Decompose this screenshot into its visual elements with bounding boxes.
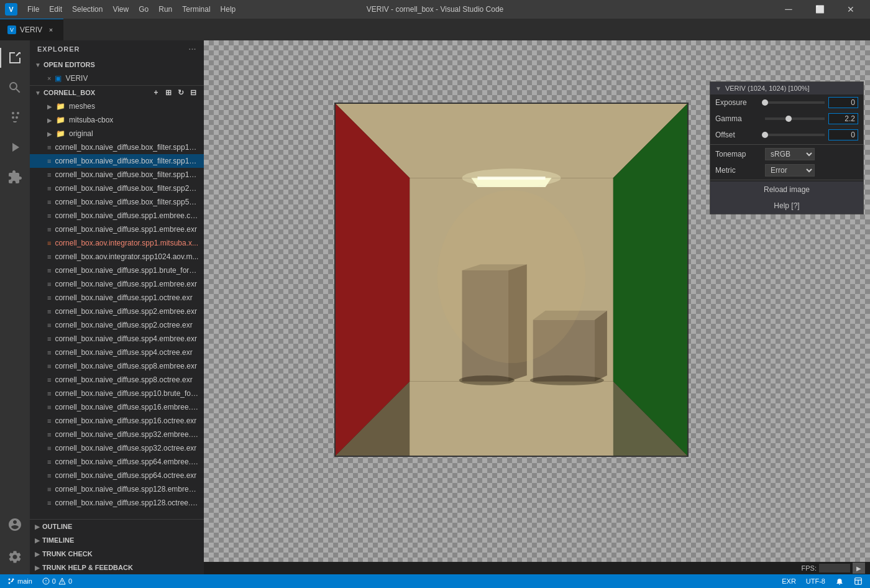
file-11-label: cornell_box.naive_diffuse.spp1.octree.ex… [55,293,192,302]
bottom-sections: ▶ OUTLINE ▶ TIMELINE ▶ TRUNK CHECK ▶ TRU… [30,520,204,574]
folder-meshes[interactable]: ▶ 📁 meshes [30,99,204,113]
menu-selection[interactable]: Selection [67,0,108,19]
file-11[interactable]: ≡ cornell_box.naive_diffuse.spp1.octree.… [30,291,204,305]
tab-veriv[interactable]: V VERIV × [0,19,63,40]
help-button[interactable]: Help [?] [710,198,863,214]
language-label: EXR [782,577,796,585]
file-0[interactable]: ≡ cornell_box.naive_diffuse.box_filter.s… [30,140,204,154]
trunk-check-chevron: ▶ [35,551,40,558]
activity-extensions[interactable] [0,162,30,192]
refresh-button[interactable]: ↻ [175,87,186,98]
tonemap-select[interactable]: sRGB Linear Reinhard [765,148,815,160]
cornell-box-header[interactable]: ▼ CORNELL_BOX + ⊞ ↻ ⊟ [30,86,204,99]
file-icon-6: ≡ [47,226,51,233]
menu-file[interactable]: File [22,0,44,19]
new-file-button[interactable]: + [150,87,162,98]
open-editor-veriv[interactable]: × ▣ VERIV [30,71,204,85]
tab-icon: V [7,25,16,34]
file-9[interactable]: ≡ cornell_box.naive_diffuse.spp1.brute_f… [30,264,204,277]
activity-search[interactable] [0,73,30,103]
activity-settings[interactable] [0,542,30,572]
folder-mitsuba[interactable]: ▶ 📁 mitsuba-cbox [30,113,204,127]
file-6-label: cornell_box.naive_diffuse.spp1.embree.ex… [55,225,197,234]
file-12[interactable]: ≡ cornell_box.naive_diffuse.spp2.embree.… [30,305,204,318]
file-5[interactable]: ≡ cornell_box.naive_diffuse.spp1.embree.… [30,209,204,223]
menu-run[interactable]: Run [153,0,177,19]
collapse-button[interactable]: ⊟ [188,87,199,98]
metric-select[interactable]: Error RMSE SSIM [765,164,815,177]
activity-run[interactable] [0,132,30,162]
error-count-value: 0 [52,577,56,585]
gamma-slider[interactable] [765,117,825,120]
maximize-button[interactable]: ⬜ [805,0,834,19]
new-folder-button[interactable]: ⊞ [163,87,174,98]
gamma-thumb[interactable] [785,116,792,122]
timeline-section[interactable]: ▶ TIMELINE [30,533,204,547]
folder-original[interactable]: ▶ 📁 original [30,127,204,140]
tonemap-row: Tonemap sRGB Linear Reinhard [710,146,863,162]
file-20[interactable]: ≡ cornell_box.naive_diffuse.spp16.octree… [30,414,204,428]
file-26[interactable]: ≡ cornell_box.naive_diffuse.spp128.octre… [30,496,204,510]
menu-view[interactable]: View [108,0,134,19]
file-icon-1: ≡ [47,157,51,165]
exposure-slider[interactable] [765,101,825,104]
notifications-button[interactable] [833,574,846,588]
exposure-input[interactable] [828,97,858,108]
file-23[interactable]: ≡ cornell_box.naive_diffuse.spp64.embree… [30,455,204,469]
activity-explorer[interactable] [0,43,30,73]
file-13[interactable]: ≡ cornell_box.naive_diffuse.spp2.octree.… [30,318,204,332]
file-6[interactable]: ≡ cornell_box.naive_diffuse.spp1.embree.… [30,223,204,236]
outline-section[interactable]: ▶ OUTLINE [30,520,204,533]
file-2-label: cornell_box.naive_diffuse.box_filter.spp… [55,170,199,179]
file-18[interactable]: ≡ cornell_box.naive_diffuse.spp10.brute_… [30,387,204,400]
trunk-check-section[interactable]: ▶ TRUNK CHECK [30,547,204,561]
menu-edit[interactable]: Edit [44,0,67,19]
gamma-input[interactable] [828,113,858,124]
offset-input[interactable] [828,129,858,140]
file-10[interactable]: ≡ cornell_box.naive_diffuse.spp1.embree.… [30,277,204,291]
menu-terminal[interactable]: Terminal [177,0,215,19]
file-19[interactable]: ≡ cornell_box.naive_diffuse.spp16.embree… [30,400,204,414]
file-7[interactable]: ≡ cornell_box.aov.integrator.spp1.mitsub… [30,236,204,250]
file-0-label: cornell_box.naive_diffuse.box_filter.spp… [55,143,199,152]
file-4[interactable]: ≡ cornell_box.naive_diffuse.box_filter.s… [30,195,204,209]
encoding-status[interactable]: UTF-8 [804,574,828,588]
fps-play-button[interactable]: ▶ [853,563,865,574]
file-24[interactable]: ≡ cornell_box.naive_diffuse.spp64.octree… [30,469,204,482]
activity-account[interactable] [0,510,30,540]
file-22[interactable]: ≡ cornell_box.naive_diffuse.spp32.octree… [30,441,204,455]
collapse-icon[interactable]: ▼ [715,85,721,92]
tab-close-button[interactable]: × [46,25,56,35]
explorer-more-button[interactable]: ··· [189,45,196,53]
git-branch[interactable]: main [5,574,35,588]
menu-help[interactable]: Help [216,0,241,19]
close-button[interactable]: ✕ [836,0,865,19]
file-25[interactable]: ≡ cornell_box.naive_diffuse.spp128.embre… [30,482,204,496]
activity-source-control[interactable] [0,103,30,132]
offset-slider[interactable] [765,134,825,136]
file-14[interactable]: ≡ cornell_box.naive_diffuse.spp4.embree.… [30,332,204,346]
svg-point-24 [62,583,62,584]
file-15[interactable]: ≡ cornell_box.naive_diffuse.spp4.octree.… [30,346,204,359]
language-mode[interactable]: EXR [779,574,799,588]
file-21[interactable]: ≡ cornell_box.naive_diffuse.spp32.embree… [30,428,204,441]
file-17[interactable]: ≡ cornell_box.naive_diffuse.spp8.octree.… [30,373,204,387]
file-8[interactable]: ≡ cornell_box.aov.integrator.spp1024.aov… [30,250,204,264]
offset-thumb[interactable] [762,132,768,138]
menu-go[interactable]: Go [134,0,153,19]
open-editors-header[interactable]: ▼ OPEN EDITORS [30,58,204,71]
file-16[interactable]: ≡ cornell_box.naive_diffuse.spp8.embree.… [30,359,204,373]
layout-button[interactable] [851,574,865,588]
file-1[interactable]: ≡ cornell_box.naive_diffuse.box_filter.s… [30,154,204,168]
reload-image-button[interactable]: Reload image [710,181,863,198]
trunk-help-section[interactable]: ▶ TRUNK HELP & FEEDBACK [30,561,204,574]
error-count[interactable]: 0 0 [40,574,75,588]
file-3[interactable]: ≡ cornell_box.naive_diffuse.box_filter.s… [30,181,204,195]
close-icon[interactable]: × [47,75,51,82]
svg-marker-14 [595,311,607,382]
file-2[interactable]: ≡ cornell_box.naive_diffuse.box_filter.s… [30,168,204,181]
canvas-area[interactable]: ▼ VERIV (1024, 1024) [100%] Exposure Gam… [204,40,870,562]
minimize-button[interactable]: ─ [774,0,803,19]
encoding-label: UTF-8 [806,577,825,585]
exposure-thumb[interactable] [762,99,768,106]
